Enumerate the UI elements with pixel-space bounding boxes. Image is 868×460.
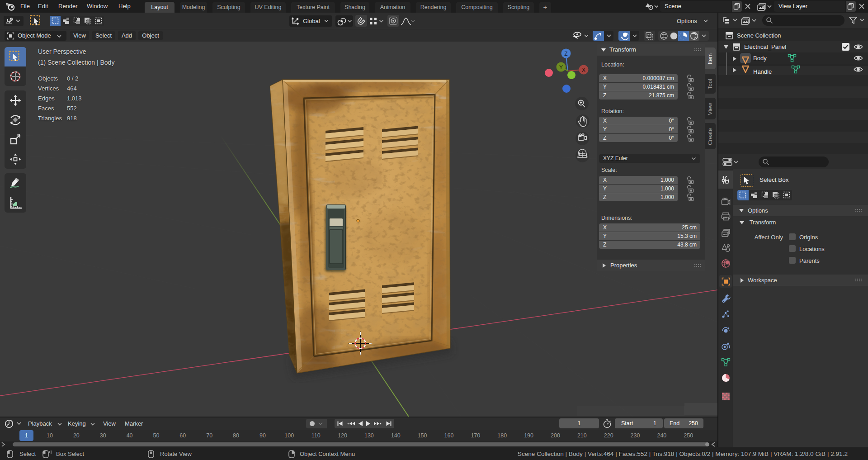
svg-text:Y: Y	[559, 64, 563, 71]
svg-text:Z: Z	[564, 51, 567, 57]
svg-text:X: X	[582, 67, 585, 73]
